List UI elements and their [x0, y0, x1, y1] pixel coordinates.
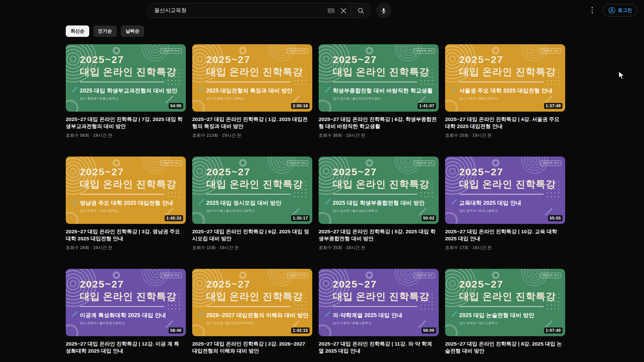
video-thumbnail[interactable]: 대입진학 안내 2025~27 대입 온라인 진학특강 의·약학계열 2025 … [319, 269, 439, 336]
person-icon [608, 7, 615, 14]
video-title[interactable]: 2025~27 대입 온라인 진학특강 | 10강. 교육 대학 2025 대입… [445, 228, 563, 242]
video-meta: 조회수 25회 · 19시간 전 [319, 245, 439, 251]
top-bar: 로그인 [0, 0, 644, 21]
circle-decoration-icon [239, 47, 247, 54]
video-thumbnail[interactable]: 대입진학 안내 2025~27 대입 온라인 진학특강 2025 대입전형의 특… [192, 44, 312, 112]
thumbnail-badge: 대입진학 안내 [161, 48, 182, 54]
duration-badge: 1:42:15 [291, 327, 310, 334]
circle-decoration-icon [239, 272, 247, 279]
video-card[interactable]: 대입진학 안내 2025~27 대입 온라인 진학특강 2025 대입 학생부종… [319, 157, 439, 251]
more-options-button[interactable] [589, 5, 596, 15]
search-button[interactable] [350, 3, 371, 18]
thumbnail-instructor: 강사 전선영 / 울산진로진학지원단 [206, 321, 312, 325]
thumbnail-subtitle: 교육대학 2025 대입 안내 [459, 199, 565, 207]
video-thumbnail[interactable]: 대입진학 안내 2025~27 대입 온라인 진학특강 2026~2027 대입… [192, 269, 312, 336]
video-title[interactable]: 2025~27 대입 온라인 진학특강 | 8강. 2025 대입 논술전형 대… [445, 340, 563, 355]
video-thumbnail[interactable]: 대입진학 안내 2025~27 대입 온라인 진학특강 2025 대입 논술전형… [445, 269, 565, 336]
video-card[interactable]: 대입진학 안내 2025~27 대입 온라인 진학특강 2025 대입 논술전형… [445, 269, 565, 355]
circle-decoration-icon [192, 212, 205, 224]
filter-chip[interactable]: 최신순 [66, 25, 89, 37]
circle-decoration-icon [192, 324, 205, 336]
video-card[interactable]: 대입진학 안내 2025~27 대입 온라인 진학특강 영남권 주요 대학 20… [66, 157, 186, 251]
video-card[interactable]: 대입진학 안내 2025~27 대입 온라인 진학특강 2025 대입 학생부교… [66, 44, 186, 138]
video-grid: 대입진학 안내 2025~27 대입 온라인 진학특강 2025 대입 학생부교… [66, 44, 644, 354]
video-title[interactable]: 2025~27 대입 온라인 진학특강 | 12강. 이공 계 특성화대학 20… [66, 340, 184, 355]
video-thumbnail[interactable]: 대입진학 안내 2025~27 대입 온라인 진학특강 교육대학 2025 대입… [445, 157, 565, 224]
duration-badge: 54:05 [169, 103, 183, 109]
thumbnail-divider [459, 194, 544, 195]
video-card[interactable]: 대입진학 안내 2025~27 대입 온라인 진학특강 의·약학계열 2025 … [319, 269, 439, 355]
thumbnail-instructor: 강사 손제선 / 성신고등학교 [459, 321, 565, 325]
thumbnail-heading-series: 대입 온라인 진학특강 [459, 178, 565, 190]
thumbnail-subtitle: 2025 대입전형의 특징과 대비 방안 [206, 87, 312, 95]
video-card[interactable]: 대입진학 안내 2025~27 대입 온라인 진학특강 학생부종합전형 대비 바… [319, 44, 439, 138]
video-card[interactable]: 대입진학 안내 2025~27 대입 온라인 진학특강 이공계 특성화대학 20… [66, 269, 186, 355]
video-meta: 조회수 38회 · 19시간 전 [319, 132, 439, 138]
thumbnail-heading-year: 2025~27 [206, 166, 312, 178]
voice-search-button[interactable] [376, 3, 391, 18]
duration-badge: 55:55 [548, 215, 562, 221]
video-title[interactable]: 2025~27 대입 온라인 진학특강 | 4강. 서울권 주요 대학 2025… [445, 116, 563, 130]
thumbnail-instructor: 강사 이사랑 / 울산외국어고등학교 [206, 209, 312, 213]
thumbnail-heading-year: 2025~27 [333, 54, 439, 66]
thumbnail-instructor: 강사 신윤정 / 화봉고등학교 [333, 321, 439, 325]
video-title[interactable]: 2025~27 대입 온라인 진학특강 | 5강. 2025 대입 학생부종합전… [319, 228, 437, 242]
filter-chip[interactable]: 날짜순 [121, 25, 144, 37]
duration-badge: 50:02 [422, 215, 436, 221]
circle-decoration-icon [445, 212, 458, 224]
video-title[interactable]: 2025~27 대입 온라인 진학특강 | 1강. 2025 대입전형의 특징과… [192, 116, 310, 130]
thumbnail-subtitle: 2025 대입 학생부종합전형 대비 방안 [333, 199, 439, 207]
circle-decoration-icon [66, 324, 78, 336]
thumbnail-subtitle: 영남권 주요 대학 2025 대입전형 안내 [80, 199, 186, 207]
circle-decoration-icon [492, 159, 499, 167]
video-title[interactable]: 2025~27 대입 온라인 진학특강 | 3강. 영남권 주요 대학 2025… [66, 228, 184, 242]
thumbnail-badge: 대입진학 안내 [540, 48, 561, 54]
video-title[interactable]: 2025~27 대입 온라인 진학특강 | 7강. 2025 대입 학생부교과전… [66, 116, 184, 130]
circle-decoration-icon [239, 159, 247, 167]
thumbnail-divider [459, 306, 544, 307]
circle-decoration-icon [113, 159, 120, 167]
video-thumbnail[interactable]: 대입진학 안내 2025~27 대입 온라인 진학특강 서울권 주요 대학 20… [445, 44, 565, 112]
video-card[interactable]: 대입진학 안내 2025~27 대입 온라인 진학특강 2025 대입 정시모집… [192, 157, 312, 251]
video-card[interactable]: 대입진학 안내 2025~27 대입 온라인 진학특강 서울권 주요 대학 20… [445, 44, 565, 138]
duration-badge: 1:45:33 [165, 215, 183, 221]
video-title[interactable]: 2025~27 대입 온라인 진학특강 | 2강. 2026~2027 대입전형… [192, 340, 310, 355]
thumbnail-subtitle: 의·약학계열 2025 대입 안내 [333, 312, 439, 319]
video-title[interactable]: 2025~27 대입 온라인 진학특강 | 9강. 2025 대입 정시모집 대… [192, 228, 310, 242]
video-thumbnail[interactable]: 대입진학 안내 2025~27 대입 온라인 진학특강 학생부종합전형 대비 바… [319, 44, 439, 112]
video-thumbnail[interactable]: 대입진학 안내 2025~27 대입 온라인 진학특강 2025 대입 학생부종… [319, 157, 439, 224]
thumbnail-heading-series: 대입 온라인 진학특강 [206, 290, 312, 302]
video-thumbnail[interactable]: 대입진학 안내 2025~27 대입 온라인 진학특강 이공계 특성화대학 20… [66, 269, 186, 336]
thumbnail-heading-year: 2025~27 [206, 278, 312, 290]
thumbnail-badge: 대입진학 안내 [414, 273, 435, 278]
keyboard-icon[interactable] [325, 3, 337, 18]
thumbnail-subtitle: 2025 대입 학생부교과전형의 대비 방안 [80, 87, 186, 95]
thumbnail-divider [459, 81, 544, 82]
video-meta: 조회수 213회 · 19시간 전 [192, 132, 312, 138]
clear-search-icon[interactable] [337, 3, 350, 18]
video-thumbnail[interactable]: 대입진학 안내 2025~27 대입 온라인 진학특강 2025 대입 학생부교… [66, 44, 186, 112]
video-card[interactable]: 대입진학 안내 2025~27 대입 온라인 진학특강 2025 대입전형의 특… [192, 44, 312, 138]
video-meta: 조회수 10회 · 19시간 전 [192, 245, 312, 251]
thumbnail-badge: 대입진학 안내 [414, 161, 435, 166]
video-title[interactable]: 2025~27 대입 온라인 진학특강 | 11강. 의·약 학계열 2025 … [319, 340, 437, 355]
thumbnail-divider [206, 81, 291, 82]
thumbnail-heading-series: 대입 온라인 진학특강 [459, 290, 565, 302]
video-thumbnail[interactable]: 대입진학 안내 2025~27 대입 온라인 진학특강 2025 대입 정시모집… [192, 157, 312, 224]
video-card[interactable]: 대입진학 안내 2025~27 대입 온라인 진학특강 교육대학 2025 대입… [445, 157, 565, 251]
video-thumbnail[interactable]: 대입진학 안내 2025~27 대입 온라인 진학특강 영남권 주요 대학 20… [66, 157, 186, 224]
login-button[interactable]: 로그인 [603, 4, 637, 16]
thumbnail-heading-series: 대입 온라인 진학특강 [80, 66, 186, 78]
thumbnail-badge: 대입진학 안내 [161, 161, 182, 166]
filter-chip[interactable]: 인기순 [93, 25, 117, 37]
search-input[interactable] [147, 8, 325, 14]
duration-badge: 2:00:18 [291, 103, 310, 109]
video-meta: 조회수 25회 · 19시간 전 [445, 132, 565, 138]
thumbnail-heading-series: 대입 온라인 진학특강 [206, 66, 312, 78]
thumbnail-instructor: 강사 이혁우 / 신정고등학교 [80, 209, 186, 213]
thumbnail-subtitle: 학생부종합전형 대비 바람직한 학교생활 [333, 87, 439, 95]
video-card[interactable]: 대입진학 안내 2025~27 대입 온라인 진학특강 2026~2027 대입… [192, 269, 312, 355]
video-title[interactable]: 2025~27 대입 온라인 진학특강 | 6강. 학생부종합전형 대비 바람직… [319, 116, 437, 130]
thumbnail-subtitle: 2026~2027 대입전형의 이해와 대비 방안 [206, 312, 312, 319]
duration-badge: 1:37:49 [544, 103, 562, 109]
